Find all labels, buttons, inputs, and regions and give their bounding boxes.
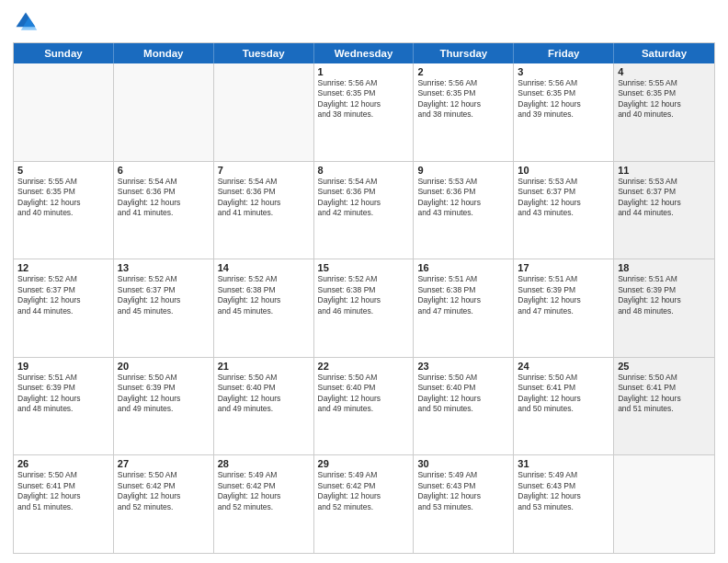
cell-info: Sunrise: 5:54 AM Sunset: 6:36 PM Dayligh… (218, 177, 310, 219)
day-of-week-friday: Friday (514, 43, 614, 63)
cell-info: Sunrise: 5:49 AM Sunset: 6:43 PM Dayligh… (518, 470, 609, 512)
calendar-cell: 5Sunrise: 5:55 AM Sunset: 6:35 PM Daylig… (14, 162, 114, 259)
cell-info: Sunrise: 5:49 AM Sunset: 6:42 PM Dayligh… (218, 470, 310, 512)
calendar-row-1: 1Sunrise: 5:56 AM Sunset: 6:35 PM Daylig… (14, 63, 714, 162)
calendar-cell: 10Sunrise: 5:53 AM Sunset: 6:37 PM Dayli… (514, 162, 614, 259)
cell-info: Sunrise: 5:50 AM Sunset: 6:41 PM Dayligh… (618, 373, 711, 415)
cell-info: Sunrise: 5:52 AM Sunset: 6:38 PM Dayligh… (218, 274, 310, 316)
day-number: 29 (318, 458, 410, 469)
cell-info: Sunrise: 5:50 AM Sunset: 6:40 PM Dayligh… (318, 373, 410, 415)
cell-info: Sunrise: 5:51 AM Sunset: 6:39 PM Dayligh… (17, 373, 109, 415)
calendar-cell: 30Sunrise: 5:49 AM Sunset: 6:43 PM Dayli… (414, 455, 514, 553)
cell-info: Sunrise: 5:53 AM Sunset: 6:36 PM Dayligh… (417, 177, 509, 219)
cell-info: Sunrise: 5:52 AM Sunset: 6:37 PM Dayligh… (17, 274, 109, 316)
day-number: 16 (417, 262, 509, 273)
day-number: 3 (518, 66, 609, 77)
calendar-cell: 27Sunrise: 5:50 AM Sunset: 6:42 PM Dayli… (114, 455, 214, 553)
day-number: 13 (118, 262, 210, 273)
day-number: 27 (118, 458, 210, 469)
calendar-cell: 23Sunrise: 5:50 AM Sunset: 6:40 PM Dayli… (414, 358, 514, 455)
calendar-body: 1Sunrise: 5:56 AM Sunset: 6:35 PM Daylig… (14, 63, 714, 553)
cell-info: Sunrise: 5:54 AM Sunset: 6:36 PM Dayligh… (118, 177, 210, 219)
cell-info: Sunrise: 5:50 AM Sunset: 6:41 PM Dayligh… (17, 470, 109, 512)
calendar-row-4: 19Sunrise: 5:51 AM Sunset: 6:39 PM Dayli… (14, 358, 714, 456)
cell-info: Sunrise: 5:56 AM Sunset: 6:35 PM Dayligh… (518, 78, 609, 121)
cell-info: Sunrise: 5:56 AM Sunset: 6:35 PM Dayligh… (417, 78, 509, 121)
day-number: 1 (318, 66, 410, 77)
day-number: 25 (618, 361, 711, 372)
day-number: 8 (318, 165, 410, 176)
day-of-week-thursday: Thursday (414, 43, 514, 63)
calendar-cell: 15Sunrise: 5:52 AM Sunset: 6:38 PM Dayli… (314, 259, 415, 357)
calendar-cell: 17Sunrise: 5:51 AM Sunset: 6:39 PM Dayli… (514, 259, 614, 357)
day-number: 22 (318, 361, 410, 372)
calendar-cell: 28Sunrise: 5:49 AM Sunset: 6:42 PM Dayli… (214, 455, 314, 553)
calendar-header: SundayMondayTuesdayWednesdayThursdayFrid… (14, 43, 714, 63)
day-number: 10 (518, 165, 609, 176)
cell-info: Sunrise: 5:50 AM Sunset: 6:42 PM Dayligh… (118, 470, 210, 512)
cell-info: Sunrise: 5:53 AM Sunset: 6:37 PM Dayligh… (618, 177, 711, 219)
cell-info: Sunrise: 5:55 AM Sunset: 6:35 PM Dayligh… (17, 177, 109, 219)
calendar-cell: 2Sunrise: 5:56 AM Sunset: 6:35 PM Daylig… (414, 63, 514, 161)
calendar-cell (614, 455, 714, 553)
calendar-cell: 8Sunrise: 5:54 AM Sunset: 6:36 PM Daylig… (314, 162, 415, 259)
calendar-cell (214, 63, 314, 161)
calendar-cell: 1Sunrise: 5:56 AM Sunset: 6:35 PM Daylig… (314, 63, 415, 161)
day-number: 17 (518, 262, 609, 273)
calendar-cell: 31Sunrise: 5:49 AM Sunset: 6:43 PM Dayli… (514, 455, 614, 553)
day-number: 18 (618, 262, 711, 273)
day-number: 23 (417, 361, 509, 372)
calendar-row-2: 5Sunrise: 5:55 AM Sunset: 6:35 PM Daylig… (14, 162, 714, 260)
cell-info: Sunrise: 5:49 AM Sunset: 6:42 PM Dayligh… (318, 470, 410, 512)
calendar-row-3: 12Sunrise: 5:52 AM Sunset: 6:37 PM Dayli… (14, 259, 714, 358)
calendar-cell (114, 63, 214, 161)
day-number: 12 (17, 262, 109, 273)
day-number: 4 (618, 66, 711, 77)
cell-info: Sunrise: 5:54 AM Sunset: 6:36 PM Dayligh… (318, 177, 410, 219)
calendar-cell (14, 63, 114, 161)
day-of-week-sunday: Sunday (14, 43, 114, 63)
cell-info: Sunrise: 5:51 AM Sunset: 6:39 PM Dayligh… (618, 274, 711, 316)
calendar-cell: 24Sunrise: 5:50 AM Sunset: 6:41 PM Dayli… (514, 358, 614, 455)
day-number: 20 (118, 361, 210, 372)
calendar-cell: 18Sunrise: 5:51 AM Sunset: 6:39 PM Dayli… (614, 259, 714, 357)
logo (13, 9, 42, 35)
calendar-cell: 13Sunrise: 5:52 AM Sunset: 6:37 PM Dayli… (114, 259, 214, 357)
page: SundayMondayTuesdayWednesdayThursdayFrid… (0, 0, 728, 563)
cell-info: Sunrise: 5:50 AM Sunset: 6:40 PM Dayligh… (417, 373, 509, 415)
cell-info: Sunrise: 5:55 AM Sunset: 6:35 PM Dayligh… (618, 78, 711, 121)
day-number: 2 (417, 66, 509, 77)
day-number: 19 (17, 361, 109, 372)
day-number: 14 (218, 262, 310, 273)
calendar: SundayMondayTuesdayWednesdayThursdayFrid… (13, 42, 715, 554)
day-number: 5 (17, 165, 109, 176)
calendar-cell: 4Sunrise: 5:55 AM Sunset: 6:35 PM Daylig… (614, 63, 714, 161)
calendar-cell: 22Sunrise: 5:50 AM Sunset: 6:40 PM Dayli… (314, 358, 415, 455)
day-of-week-tuesday: Tuesday (214, 43, 314, 63)
calendar-cell: 12Sunrise: 5:52 AM Sunset: 6:37 PM Dayli… (14, 259, 114, 357)
calendar-cell: 3Sunrise: 5:56 AM Sunset: 6:35 PM Daylig… (514, 63, 614, 161)
logo-icon (13, 9, 39, 35)
cell-info: Sunrise: 5:51 AM Sunset: 6:38 PM Dayligh… (417, 274, 509, 316)
cell-info: Sunrise: 5:49 AM Sunset: 6:43 PM Dayligh… (417, 470, 509, 512)
day-number: 28 (218, 458, 310, 469)
calendar-cell: 14Sunrise: 5:52 AM Sunset: 6:38 PM Dayli… (214, 259, 314, 357)
day-number: 31 (518, 458, 609, 469)
day-number: 21 (218, 361, 310, 372)
calendar-cell: 7Sunrise: 5:54 AM Sunset: 6:36 PM Daylig… (214, 162, 314, 259)
cell-info: Sunrise: 5:50 AM Sunset: 6:41 PM Dayligh… (518, 373, 609, 415)
calendar-cell: 9Sunrise: 5:53 AM Sunset: 6:36 PM Daylig… (414, 162, 514, 259)
cell-info: Sunrise: 5:51 AM Sunset: 6:39 PM Dayligh… (518, 274, 609, 316)
day-number: 15 (318, 262, 410, 273)
cell-info: Sunrise: 5:52 AM Sunset: 6:38 PM Dayligh… (318, 274, 410, 316)
day-of-week-saturday: Saturday (614, 43, 714, 63)
calendar-cell: 26Sunrise: 5:50 AM Sunset: 6:41 PM Dayli… (14, 455, 114, 553)
day-number: 9 (417, 165, 509, 176)
cell-info: Sunrise: 5:56 AM Sunset: 6:35 PM Dayligh… (318, 78, 410, 121)
header (13, 9, 715, 35)
day-of-week-monday: Monday (114, 43, 214, 63)
day-number: 6 (118, 165, 210, 176)
day-number: 11 (618, 165, 711, 176)
day-number: 26 (17, 458, 109, 469)
calendar-cell: 21Sunrise: 5:50 AM Sunset: 6:40 PM Dayli… (214, 358, 314, 455)
